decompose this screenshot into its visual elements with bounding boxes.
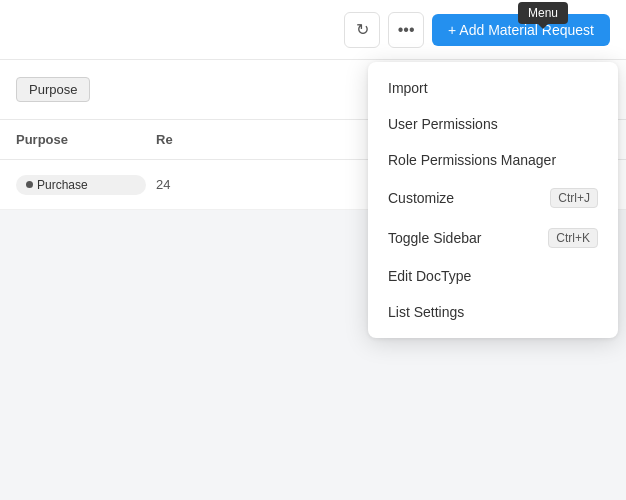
menu-item-customize[interactable]: CustomizeCtrl+J (368, 178, 618, 218)
ellipsis-icon: ••• (398, 21, 415, 39)
tag-label: Purchase (37, 178, 88, 192)
menu-item-edit-doctype[interactable]: Edit DocType (368, 258, 618, 294)
tag-dot (26, 181, 33, 188)
menu-item-list-settings[interactable]: List Settings (368, 294, 618, 330)
menu-item-label: Customize (388, 190, 454, 206)
refresh-button[interactable]: ↻ (344, 12, 380, 48)
col-purpose-header: Purpose (16, 132, 156, 147)
menu-item-toggle-sidebar[interactable]: Toggle SidebarCtrl+K (368, 218, 618, 258)
menu-item-user-permissions[interactable]: User Permissions (368, 106, 618, 142)
shortcut-badge: Ctrl+J (550, 188, 598, 208)
menu-item-label: Edit DocType (388, 268, 471, 284)
dropdown-menu: ImportUser PermissionsRole Permissions M… (368, 62, 618, 338)
add-material-request-button[interactable]: + Add Material Request (432, 14, 610, 46)
menu-item-label: List Settings (388, 304, 464, 320)
menu-item-label: Import (388, 80, 428, 96)
filter-tag[interactable]: Purpose (16, 77, 90, 102)
col-re-header: Re (156, 132, 196, 147)
filter-tag-label: Purpose (29, 82, 77, 97)
menu-item-role-permissions-manager[interactable]: Role Permissions Manager (368, 142, 618, 178)
more-menu-button[interactable]: ••• (388, 12, 424, 48)
menu-item-label: User Permissions (388, 116, 498, 132)
menu-item-import[interactable]: Import (368, 70, 618, 106)
refresh-icon: ↻ (356, 20, 369, 39)
row-number: 24 (156, 177, 196, 192)
menu-item-label: Role Permissions Manager (388, 152, 556, 168)
add-button-label: + Add Material Request (448, 22, 594, 38)
purchase-tag: Purchase (16, 175, 146, 195)
shortcut-badge: Ctrl+K (548, 228, 598, 248)
top-bar: Menu ↻ ••• + Add Material Request (0, 0, 626, 60)
menu-item-label: Toggle Sidebar (388, 230, 481, 246)
